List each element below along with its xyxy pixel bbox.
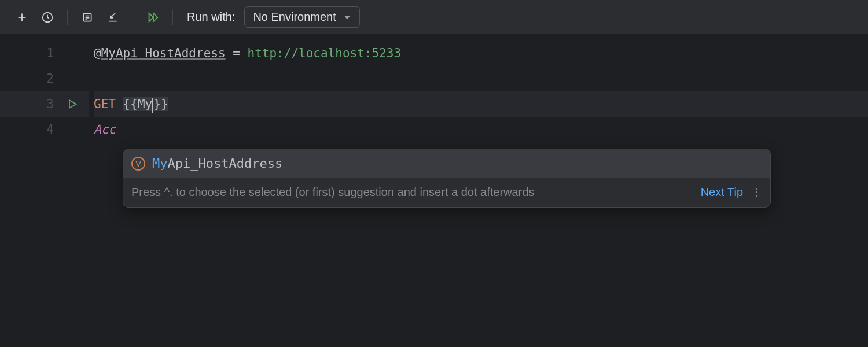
run-with-label: Run with: [187, 10, 235, 24]
autocomplete-popup: V MyApi_HostAddress Press ^. to choose t… [123, 149, 771, 208]
toolbar-divider [172, 10, 173, 25]
toolbar-divider [133, 10, 133, 25]
run-request-icon[interactable] [67, 98, 78, 110]
suggestion-text: MyApi_HostAddress [152, 156, 282, 171]
next-tip-link[interactable]: Next Tip [701, 186, 743, 199]
gutter: 1 2 3 4 [0, 35, 89, 347]
code-line-1[interactable]: @MyApi_HostAddress = http://localhost:52… [94, 40, 868, 66]
variable-icon: V [131, 157, 145, 171]
hint-text: Press ^. to choose the selected (or firs… [131, 186, 693, 199]
chevron-down-icon [343, 13, 351, 21]
gutter-line[interactable]: 1 [0, 40, 89, 66]
code-line-3[interactable]: GET {{My}} [94, 91, 868, 117]
code-line-4[interactable]: Acc [94, 117, 868, 142]
svg-marker-11 [69, 100, 76, 108]
history-icon[interactable] [37, 7, 58, 28]
svg-marker-10 [344, 16, 350, 19]
toolbar: Run with: No Environment [0, 0, 868, 35]
environment-dropdown[interactable]: No Environment [244, 6, 359, 28]
text-cursor [152, 98, 153, 113]
environment-value: No Environment [253, 10, 336, 24]
import-icon[interactable] [102, 7, 123, 28]
add-icon[interactable] [12, 7, 32, 28]
more-options-icon[interactable] [751, 188, 762, 197]
editor-area: 1 2 3 4 @MyApi_HostAddress = http://loca… [0, 35, 868, 347]
toolbar-divider [67, 10, 68, 25]
code-line-2[interactable] [94, 66, 868, 91]
svg-marker-8 [149, 13, 153, 21]
autocomplete-suggestion[interactable]: V MyApi_HostAddress [123, 149, 770, 178]
autocomplete-hint-row: Press ^. to choose the selected (or firs… [123, 178, 770, 207]
gutter-line[interactable]: 3 [0, 91, 89, 117]
structure-icon[interactable] [77, 7, 98, 28]
run-all-icon[interactable] [142, 7, 163, 28]
gutter-line[interactable]: 2 [0, 66, 89, 91]
gutter-line[interactable]: 4 [0, 117, 89, 142]
